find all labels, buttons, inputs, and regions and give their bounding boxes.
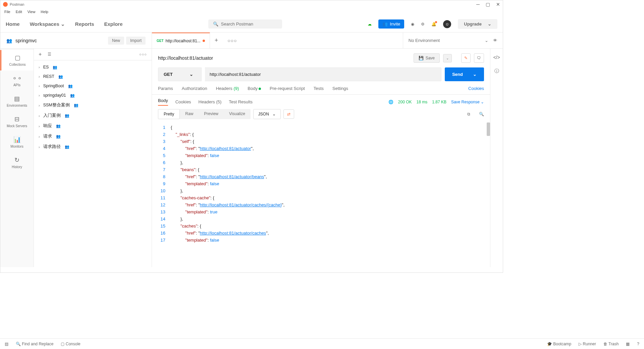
- collection-item[interactable]: ›ES👥: [34, 62, 152, 72]
- collection-item[interactable]: ›springday01👥: [34, 91, 152, 100]
- edit-icon[interactable]: ✎: [461, 53, 471, 63]
- collection-item[interactable]: ›入门案例👥: [34, 110, 152, 121]
- import-button[interactable]: Import: [126, 37, 146, 45]
- collection-item[interactable]: ›请求👥: [34, 131, 152, 142]
- upgrade-button[interactable]: Upgrade⌄: [458, 19, 497, 29]
- rail-history[interactable]: ↻History: [0, 152, 34, 173]
- collection-item[interactable]: ›SSM整合案例👥: [34, 100, 152, 110]
- nav-home[interactable]: Home: [6, 21, 20, 27]
- close-icon[interactable]: ✕: [496, 2, 500, 7]
- code-icon[interactable]: </>: [493, 55, 500, 60]
- code-line: 14 },: [158, 215, 484, 222]
- resp-tab-headers[interactable]: Headers (5): [199, 99, 222, 104]
- environment-select[interactable]: No Environment ⌄ 👁: [403, 33, 503, 48]
- left-rail: ▢Collections ⚬⚬APIs ▤Environments ⊟Mock …: [0, 49, 34, 267]
- tab-params[interactable]: Params: [158, 86, 173, 91]
- settings-icon[interactable]: ⚙: [421, 22, 425, 27]
- monitors-icon: 📊: [13, 136, 21, 143]
- fmt-pretty[interactable]: Pretty: [158, 109, 180, 119]
- code-line: 6 },: [158, 159, 484, 166]
- capture-icon[interactable]: ◉: [411, 22, 414, 27]
- maximize-icon[interactable]: ▢: [486, 2, 490, 7]
- fmt-preview[interactable]: Preview: [199, 109, 224, 119]
- comment-icon[interactable]: 🗨: [474, 53, 484, 63]
- code-line: 10 },: [158, 187, 484, 194]
- menu-view[interactable]: View: [28, 10, 36, 14]
- save-dropdown[interactable]: ⌄: [443, 54, 452, 62]
- environments-icon: ▤: [14, 95, 20, 102]
- people-icon: 👥: [382, 21, 388, 27]
- sync-icon[interactable]: ☁: [368, 22, 372, 27]
- url-input[interactable]: http://localhost:81/actuator: [205, 67, 441, 81]
- tab-auth[interactable]: Authorization: [182, 86, 207, 91]
- status-code: 200 OK: [398, 100, 412, 104]
- chevron-down-icon: ⌄: [272, 112, 276, 116]
- request-tab[interactable]: GET http://localhost:81...: [152, 33, 210, 48]
- language-select[interactable]: JSON⌄: [253, 109, 281, 119]
- fmt-visualize[interactable]: Visualize: [224, 109, 251, 119]
- save-response-button[interactable]: Save Response ⌄: [451, 100, 484, 104]
- people-icon: 👥: [53, 65, 57, 69]
- rail-apis[interactable]: ⚬⚬APIs: [0, 70, 34, 91]
- method-select[interactable]: GET⌄: [158, 67, 202, 81]
- info-icon[interactable]: ⓘ: [494, 68, 499, 74]
- rail-collections[interactable]: ▢Collections: [0, 50, 34, 70]
- body-dot-icon: [259, 88, 261, 90]
- nav-explore[interactable]: Explore: [104, 21, 122, 27]
- new-button[interactable]: New: [108, 37, 124, 45]
- mock-icon: ⊟: [14, 115, 19, 123]
- collection-item[interactable]: ›请求路径👥: [34, 142, 152, 152]
- people-icon: 👥: [68, 84, 73, 88]
- search-input[interactable]: 🔍 Search Postman: [208, 19, 282, 29]
- tab-body[interactable]: Body: [248, 86, 261, 91]
- response-body[interactable]: 1{2 "_links": {3 "self": {4 "href": "htt…: [152, 122, 490, 267]
- titlebar: Postman ─ ▢ ✕: [0, 0, 503, 8]
- chevron-right-icon: ›: [39, 93, 40, 97]
- rail-environments[interactable]: ▤Environments: [0, 91, 34, 111]
- cookies-link[interactable]: Cookies: [468, 86, 484, 91]
- globe-icon[interactable]: 🌐: [388, 100, 393, 104]
- fmt-raw[interactable]: Raw: [180, 109, 199, 119]
- collection-item[interactable]: ›响应👥: [34, 121, 152, 131]
- eye-icon[interactable]: 👁: [493, 38, 497, 43]
- send-button[interactable]: Send⌄: [445, 67, 484, 81]
- search-response-icon[interactable]: 🔍: [479, 112, 484, 116]
- copy-icon[interactable]: ⧉: [467, 112, 470, 116]
- collection-item[interactable]: ›SpringBoot👥: [34, 81, 152, 91]
- resp-tab-body[interactable]: Body: [158, 98, 168, 106]
- people-icon: 👥: [70, 93, 75, 98]
- invite-button[interactable]: 👥Invite: [378, 19, 404, 29]
- avatar[interactable]: ☺: [443, 20, 451, 28]
- tab-more-icon[interactable]: ○○○: [223, 38, 241, 43]
- collection-item[interactable]: ›REST👥: [34, 72, 152, 81]
- scrollbar-thumb[interactable]: [487, 122, 490, 136]
- nav-workspaces[interactable]: Workspaces⌄: [30, 21, 65, 27]
- menu-edit[interactable]: Edit: [16, 10, 22, 14]
- nav-reports[interactable]: Reports: [75, 21, 94, 27]
- workspace-name[interactable]: springmvc: [15, 38, 37, 43]
- request-title: http://localhost:81/actuator: [158, 55, 213, 61]
- tab-headers[interactable]: Headers (9): [216, 86, 239, 91]
- chevron-right-icon: ›: [39, 145, 40, 149]
- resp-tab-cookies[interactable]: Cookies: [175, 99, 191, 104]
- save-button[interactable]: 💾Save: [414, 53, 440, 63]
- sidebar-more-icon[interactable]: ○○○: [139, 52, 147, 56]
- filter-icon[interactable]: ☰: [48, 52, 51, 57]
- notifications-icon[interactable]: 🔔: [431, 22, 436, 27]
- menu-file[interactable]: File: [4, 10, 10, 14]
- tab-settings[interactable]: Settings: [332, 86, 348, 91]
- status-time: 18 ms: [417, 100, 428, 104]
- tab-tests[interactable]: Tests: [314, 86, 324, 91]
- rail-monitors[interactable]: 📊Monitors: [0, 132, 34, 152]
- code-line: 17 "templated": false: [158, 237, 484, 244]
- new-tab-button[interactable]: +: [210, 37, 223, 44]
- minimize-icon[interactable]: ─: [476, 2, 480, 7]
- resp-tab-tests[interactable]: Test Results: [229, 99, 253, 104]
- wrap-icon[interactable]: ⇄: [283, 109, 294, 119]
- chevron-down-icon: ⌄: [488, 21, 491, 27]
- add-icon[interactable]: +: [39, 51, 42, 57]
- rail-mock[interactable]: ⊟Mock Servers: [0, 111, 34, 132]
- menu-help[interactable]: Help: [41, 10, 48, 14]
- tab-prereq[interactable]: Pre-request Script: [270, 86, 305, 91]
- app-title: Postman: [10, 2, 24, 6]
